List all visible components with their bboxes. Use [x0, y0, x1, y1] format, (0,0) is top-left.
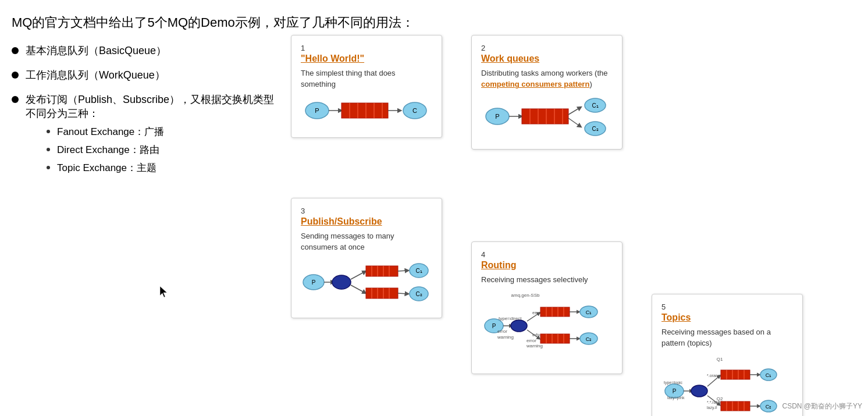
sub-dot-1	[47, 130, 50, 133]
svg-text:Q1: Q1	[717, 357, 723, 362]
card-topics: 5 Topics Receiving messages based on a p…	[652, 294, 803, 416]
card5-number: 5	[661, 303, 793, 311]
card-hello-world: 1 "Hello World!" The simplest thing that…	[291, 35, 442, 138]
svg-rect-63	[540, 307, 570, 317]
svg-text:C₁: C₁	[592, 102, 598, 109]
svg-point-30	[332, 275, 351, 289]
bullet-item-3: 发布订阅（Publish、Subscribe），又根据交换机类型不同分为三种： …	[12, 93, 279, 175]
bullet-item-2: 工作消息队列（WorkQueue）	[12, 68, 279, 82]
svg-text:warning: warning	[526, 343, 543, 349]
bullet-dot-2	[12, 72, 19, 79]
svg-text:C₁: C₁	[586, 310, 592, 315]
card4-title[interactable]: Routing	[481, 260, 516, 270]
card-work-queues: 2 Work queues Distributing tasks among w…	[471, 35, 622, 150]
card2-title[interactable]: Work queues	[481, 54, 539, 63]
svg-text:error: error	[527, 338, 536, 343]
svg-text:C₂: C₂	[766, 404, 772, 410]
sub-bullets: Fanout Exchange：广播 Direct Exchange：路由 To…	[47, 125, 279, 175]
card1-title[interactable]: "Hello World!"	[301, 54, 364, 63]
sub-bullet-text-3: Topic Exchange：主题	[57, 161, 156, 175]
card5-title[interactable]: Topics	[661, 312, 691, 322]
svg-rect-97	[721, 401, 750, 411]
svg-text:type=topic: type=topic	[664, 381, 683, 385]
card3-diagram: P	[301, 259, 432, 309]
svg-line-22	[568, 118, 580, 126]
card4-desc: Receiving messages selectively amq.gen-S…	[481, 274, 613, 364]
svg-text:Q2: Q2	[717, 396, 723, 401]
bullet-text-2: 工作消息队列（WorkQueue）	[26, 68, 165, 82]
sub-bullet-text-2: Direct Exchange：路由	[57, 143, 159, 157]
card5-desc: Receiving messages based on a pattern (t…	[661, 326, 793, 416]
svg-line-21	[568, 108, 580, 115]
card4-number: 4	[481, 250, 613, 259]
sub-dot-3	[47, 166, 50, 169]
card1-diagram: P C	[301, 96, 432, 129]
card2-link[interactable]: competing consumers pattern	[481, 80, 589, 88]
svg-text:P: P	[673, 388, 677, 394]
svg-text:C₂: C₂	[586, 336, 592, 342]
svg-text:P: P	[315, 107, 319, 114]
svg-text:warning: warning	[497, 335, 514, 340]
bullet-item-1: 基本消息队列（BasicQueue）	[12, 44, 279, 58]
svg-text:C₂: C₂	[415, 291, 422, 297]
svg-text:C₁: C₁	[766, 372, 772, 378]
svg-text:C: C	[412, 107, 417, 114]
sub-bullet-2: Direct Exchange：路由	[47, 143, 279, 157]
bullet-dot-1	[12, 47, 19, 54]
svg-line-31	[351, 272, 365, 279]
svg-line-44	[398, 293, 407, 294]
card2-number: 2	[481, 44, 613, 52]
svg-rect-38	[366, 288, 398, 298]
svg-text:amq.gen-SSb: amq.gen-SSb	[511, 293, 540, 298]
svg-rect-3	[341, 103, 388, 118]
svg-text:C₁: C₁	[415, 268, 422, 274]
card-publish-subscribe: 3 Publish/Subscribe Sending messages to …	[291, 198, 442, 319]
svg-rect-68	[540, 334, 570, 343]
svg-line-32	[351, 285, 365, 293]
card-routing: 4 Routing Receiving messages selectively…	[471, 241, 622, 374]
svg-point-83	[691, 385, 707, 397]
card5-diagram: Q1 P type=topic lazy=pink *.orange.*	[661, 355, 793, 416]
svg-text:type=direct: type=direct	[499, 316, 522, 321]
card3-title[interactable]: Publish/Subscribe	[301, 216, 382, 226]
card1-desc: The simplest thing that does something P	[301, 67, 432, 129]
card2-desc: Distributing tasks among workers (the co…	[481, 67, 613, 140]
sub-bullet-text-1: Fanout Exchange：广播	[57, 125, 164, 138]
svg-text:error: error	[497, 329, 507, 334]
bullet-dot-3	[12, 96, 19, 103]
card3-number: 3	[301, 207, 432, 215]
svg-text:P: P	[495, 113, 499, 120]
svg-text:lazy.#: lazy.#	[707, 406, 717, 410]
card4-diagram: amq.gen-SSb P type=direct error warning	[481, 291, 613, 364]
svg-text:lazy=pink: lazy=pink	[667, 396, 685, 400]
card1-number: 1	[301, 44, 432, 52]
sub-bullet-3: Topic Exchange：主题	[47, 161, 279, 175]
bullet-text-1: 基本消息队列（BasicQueue）	[26, 44, 166, 58]
card3-desc: Sending messages to many consumers at on…	[301, 230, 432, 309]
sub-dot-2	[47, 148, 50, 151]
svg-point-53	[511, 320, 527, 332]
svg-rect-33	[366, 266, 398, 276]
bullet-text-3: 发布订阅（Publish、Subscribe），又根据交换机类型不同分为三种：	[26, 93, 279, 120]
svg-text:C₂: C₂	[592, 126, 598, 132]
left-list: 基本消息队列（BasicQueue） 工作消息队列（WorkQueue） 发布订…	[12, 44, 291, 180]
sub-bullet-1: Fanout Exchange：广播	[47, 125, 279, 138]
cards-area: 1 "Hello World!" The simplest thing that…	[291, 44, 856, 416]
svg-rect-15	[522, 109, 568, 124]
svg-text:P: P	[312, 279, 316, 286]
svg-line-43	[398, 271, 407, 271]
main-title: MQ的官方文档中给出了5个MQ的Demo示例，对应了几种不同的用法：	[12, 14, 856, 32]
watermark: CSDN @勤奋的小狮子YY	[782, 401, 862, 411]
card2-diagram: P	[481, 96, 613, 140]
svg-rect-91	[721, 370, 750, 379]
svg-text:P: P	[492, 323, 496, 329]
